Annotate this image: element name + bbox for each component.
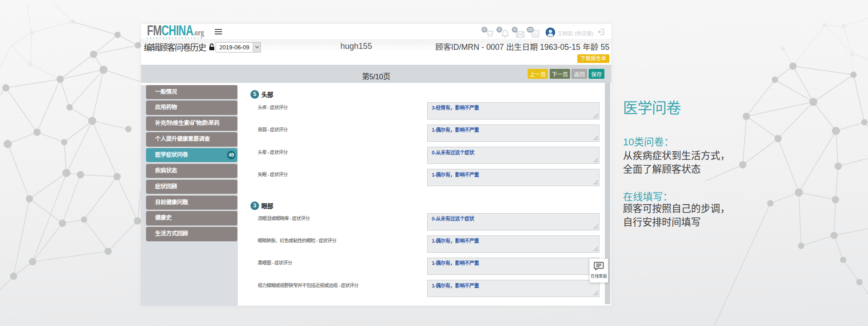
question-row: 视力模糊或视野狭窄并不包括近视或远视 - 症状评分 1-偶尔有，影响不严重 [238, 280, 605, 302]
sidebar-item[interactable]: 健康史 [146, 211, 237, 225]
prev-page-button[interactable]: 上一页 [528, 69, 548, 79]
resize-grip-icon[interactable] [597, 228, 598, 229]
promo-heading-1: 10类问卷： [623, 134, 674, 148]
sidebar-item[interactable]: 疾病状态 [146, 164, 237, 178]
answer-value: 1-偶尔有，影响不严重 [432, 126, 479, 133]
notifications-button[interactable]: 0 [496, 27, 509, 38]
sidebar-item[interactable]: 生活方式回顾 [146, 227, 237, 241]
resize-grip-icon[interactable] [597, 294, 598, 295]
calendar-button[interactable]: 20 [527, 27, 539, 38]
logo-fm: FM [147, 23, 161, 38]
question-row: 黑眼圈 - 症状评分 1-偶尔有，影响不严重 [238, 258, 605, 280]
resize-grip-icon[interactable] [597, 161, 598, 162]
answer-textarea[interactable]: 1-偶尔有，影响不严重 [427, 258, 599, 275]
messages-button[interactable]: 0 [512, 27, 524, 38]
sidebar-item[interactable]: 个人提升健康意愿调查 [146, 132, 237, 147]
question-label: 视力模糊或视野狭窄并不包括近视或远视 - 症状评分 [258, 282, 359, 288]
answer-textarea[interactable]: 1-偶尔有，影响不严重 [427, 125, 599, 142]
answer-textarea[interactable]: 3-经常有，影响不严重 [427, 102, 599, 120]
download-report-button[interactable]: 下载报告单 [577, 54, 610, 63]
sidebar-item-label: 应用药物 [155, 104, 177, 110]
unlock-icon [209, 43, 215, 51]
logo-dotted-underline [147, 38, 203, 38]
question-label: 失眠 - 症状评分 [258, 171, 288, 177]
answer-value: 1-偶尔有，影响不严重 [432, 171, 479, 178]
sidebar-item-label: 疾病状态 [155, 168, 177, 174]
sidebar-item-label: 目前健康问题 [155, 199, 188, 206]
sidebar-item-label: 医学症状问卷 [155, 152, 188, 158]
question-label: 衰弱 - 症状评分 [258, 126, 288, 133]
logo[interactable]: FMCHINA.org [147, 24, 204, 38]
promo-line: 从疾病症状到生活方式， [623, 148, 730, 162]
sidebar-item[interactable]: 医学症状问卷 49 [146, 148, 237, 163]
form-content: 5 头部 头疼 - 症状评分 3-经常有，影响不严重 衰弱 - 症状评分 1-偶… [238, 83, 605, 306]
question-row: 头疼 - 症状评分 3-经常有，影响不严重 [238, 102, 605, 125]
sidebar-item-label: 生活方式回顾 [155, 230, 188, 237]
navbar: FMCHINA.org 0 0 0 20 [141, 24, 611, 40]
promo-line: 全面了解顾客状态 [623, 161, 701, 175]
online-support-widget[interactable]: 在线客服 [590, 259, 608, 283]
answer-textarea[interactable]: 0-从未有过这个症状 [427, 147, 599, 164]
question-row: 流眼泪或眼睛痒 - 症状评分 0-从未有过这个症状 [238, 213, 605, 235]
answer-value: 1-偶尔有，影响不严重 [432, 282, 479, 289]
patient-meta: 顾客ID/MRN - 0007 出生日期 1963-05-15 年龄 55 [435, 41, 609, 52]
page-header: 编辑顾客问卷历史 2019-06-09 hugh155 顾客ID/MRN - 0… [141, 40, 611, 65]
answer-textarea[interactable]: 1-偶尔有，影响不严重 [427, 169, 599, 186]
section-title: 眼部 [261, 201, 273, 210]
resize-grip-icon[interactable] [597, 139, 598, 140]
question-label: 头疼 - 症状评分 [258, 104, 288, 110]
sidebar-item[interactable]: 补充剂\维生素\矿物质\草药 [146, 116, 237, 131]
question-row: 衰弱 - 症状评分 1-偶尔有，影响不严重 [238, 125, 605, 147]
answer-textarea[interactable]: 1-偶尔有，影响不严重 [427, 280, 599, 297]
sidebar-item-badge: 49 [227, 151, 236, 159]
date-select[interactable]: 2019-06-09 [216, 42, 261, 53]
section-number-badge: 5 [250, 90, 259, 99]
cart-badge: 0 [481, 27, 487, 33]
question-label: 眼睛肿胀、红色或粘性的眼睑 - 症状评分 [258, 237, 336, 244]
question-row: 失眠 - 症状评分 1-偶尔有，影响不严重 [238, 169, 605, 191]
promo-line: 自行安排时间填写 [623, 214, 701, 228]
sidebar-item-label: 健康史 [155, 215, 171, 221]
sidebar-item[interactable]: 症状回顾 [146, 180, 237, 194]
date-select-value: 2019-06-09 [219, 44, 250, 51]
sidebar-item-label: 一般情况 [155, 89, 177, 95]
menu-hamburger-icon[interactable] [215, 29, 222, 34]
calendar-badge: 20 [527, 27, 534, 33]
chat-bubble-icon [594, 262, 604, 270]
resize-grip-icon[interactable] [597, 117, 598, 118]
logout-icon[interactable] [598, 29, 604, 35]
sidebar-item-label: 补充剂\维生素\矿物质\草药 [155, 120, 219, 126]
answer-value: 1-偶尔有，影响不严重 [432, 237, 479, 244]
back-button[interactable]: 返回 [571, 69, 587, 79]
promo-panel: 医学问卷 10类问卷： 从疾病症状到生活方式， 全面了解顾客状态 在线填写： 顾… [623, 96, 681, 118]
save-button[interactable]: 保存 [589, 69, 604, 79]
question-row: 眼睛肿胀、红色或粘性的眼睑 - 症状评分 1-偶尔有，影响不严重 [238, 235, 605, 258]
section-title: 头部 [261, 90, 273, 99]
mail-icon [516, 31, 524, 38]
promo-line: 顾客可按照自己的步调， [623, 201, 730, 215]
online-support-label: 在线客服 [590, 273, 608, 279]
resize-grip-icon[interactable] [597, 183, 598, 184]
question-row: 头晕 - 症状评分 0-从未有过这个症状 [238, 147, 605, 169]
sidebar-item[interactable]: 一般情况 [146, 85, 237, 100]
answer-textarea[interactable]: 1-偶尔有，影响不严重 [427, 235, 599, 253]
sidebar: 一般情况 应用药物 补充剂\维生素\矿物质\草药 个人提升健康意愿调查 医学症状… [141, 85, 238, 306]
bell-icon [501, 29, 509, 38]
promo-title: 医学问卷 [623, 96, 681, 118]
user-avatar[interactable] [546, 28, 555, 37]
app-window: FMCHINA.org 0 0 0 20 [141, 24, 611, 306]
question-label: 头晕 - 症状评分 [258, 149, 288, 155]
sidebar-item[interactable]: 目前健康问题 [146, 196, 237, 210]
patient-username: hugh155 [293, 42, 420, 51]
answer-textarea[interactable]: 0-从未有过这个症状 [427, 213, 599, 230]
sidebar-item[interactable]: 应用药物 [146, 101, 237, 115]
answer-value: 3-经常有，影响不严重 [432, 104, 479, 111]
cart-button[interactable]: 0 [481, 27, 494, 38]
answer-value: 0-从未有过这个症状 [432, 215, 474, 222]
notifications-badge: 0 [496, 27, 502, 33]
user-name[interactable]: 王树岩 (协议版) [557, 29, 594, 37]
logo-china: CHINA [161, 23, 193, 38]
resize-grip-icon[interactable] [597, 250, 598, 251]
question-label: 流眼泪或眼睛痒 - 症状评分 [258, 215, 310, 221]
next-page-button[interactable]: 下一页 [550, 69, 570, 79]
